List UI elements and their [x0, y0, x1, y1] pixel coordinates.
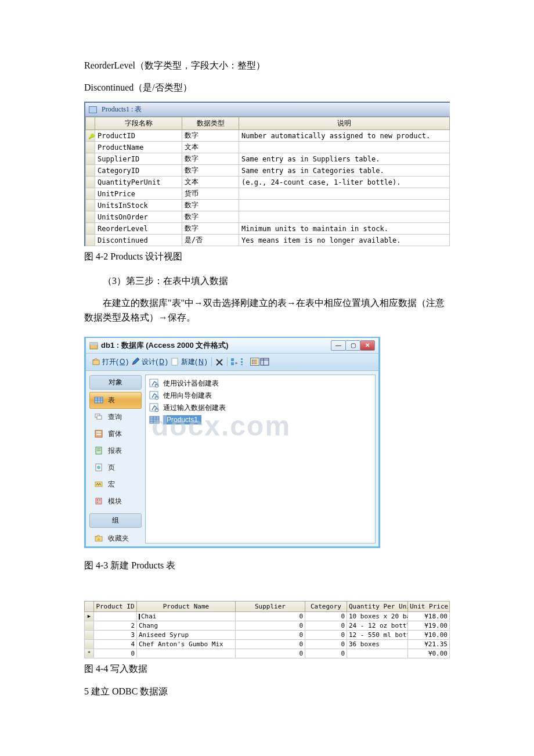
cell-fieldname[interactable]: UnitsOnOrder [95, 211, 182, 223]
cell-description[interactable]: Number automatically assigned to new pro… [239, 130, 450, 142]
cell-fieldname[interactable]: ProductName [95, 142, 182, 153]
design-grid: 字段名称 数据类型 说明 ProductID数字Number automatic… [85, 117, 450, 246]
sidebar-forms[interactable]: 窗体 [89, 426, 142, 442]
sidebar-macros[interactable]: 宏 [89, 476, 142, 493]
cell-category[interactable]: 0 [305, 649, 347, 658]
toolbar-design[interactable]: 设计(D) [130, 357, 169, 367]
cell-datatype[interactable]: 文本 [182, 142, 239, 153]
cell-datatype[interactable]: 数字 [182, 165, 239, 177]
cell-productid[interactable]: 2 [94, 621, 137, 630]
view-large-icon[interactable]: a- [230, 358, 240, 366]
cell-qpu[interactable] [347, 649, 408, 658]
cell-productname[interactable]: Aniseed Syrup [137, 630, 236, 639]
cell-supplier[interactable]: 0 [236, 611, 305, 621]
view-details-icon[interactable] [260, 358, 269, 366]
sidebar-tables[interactable]: 表 [89, 392, 142, 409]
cell-fieldname[interactable]: UnitPrice [95, 188, 182, 200]
cell-unitprice[interactable]: ¥10.00 [408, 630, 450, 639]
cell-description[interactable]: Minimum units to maintain in stock. [239, 223, 450, 235]
cell-description[interactable]: Same entry as in Categories table. [239, 165, 450, 177]
datasheet-grid: Product ID Product Name Supplier Categor… [84, 601, 450, 658]
sidebar-favorites[interactable]: 收藏夹 [89, 530, 142, 547]
cell-qpu[interactable]: 36 boxes [347, 639, 408, 649]
cell-productid[interactable] [94, 611, 137, 621]
cell-qpu[interactable]: 12 - 550 ml bott [347, 630, 408, 639]
cell-supplier[interactable]: 0 [236, 630, 305, 639]
cell-datatype[interactable]: 数字 [182, 223, 239, 235]
cell-fieldname[interactable]: UnitsInStock [95, 200, 182, 211]
row-marker [86, 153, 95, 165]
cell-datatype[interactable]: 数字 [182, 130, 239, 142]
sidebar-label: 模块 [108, 496, 122, 506]
cell-fieldname[interactable]: CategoryID [95, 165, 182, 177]
cell-datatype[interactable]: 数字 [182, 153, 239, 165]
toolbar-open[interactable]: 打开(O) [91, 357, 129, 367]
cell-unitprice[interactable]: ¥18.00 [408, 611, 450, 621]
text-cursor [139, 614, 140, 620]
figure-4-3-db-window: db1 : 数据库 (Access 2000 文件格式) — ▢ ✕ 打开(O)… [84, 337, 380, 548]
create-via-designer[interactable]: 使用设计器创建表 [148, 377, 373, 390]
cell-description[interactable]: Yes means item is no longer available. [239, 235, 450, 246]
cell-fieldname[interactable]: SupplierID [95, 153, 182, 165]
cell-supplier[interactable]: 0 [236, 639, 305, 649]
cell-fieldname[interactable]: QuantityPerUnit [95, 177, 182, 188]
cell-unitprice[interactable]: ¥19.00 [408, 621, 450, 630]
cell-productname[interactable]: Chai [137, 611, 236, 621]
cell-productid[interactable]: 4 [94, 639, 137, 649]
cell-productid[interactable]: 3 [94, 630, 137, 639]
cell-description[interactable] [239, 211, 450, 223]
cell-description[interactable]: (e.g., 24-count case, 1-liter bottle). [239, 177, 450, 188]
delete-icon[interactable] [215, 358, 224, 366]
create-via-input[interactable]: 通过输入数据创建表 [148, 402, 373, 414]
cell-productname[interactable] [137, 649, 236, 658]
row-marker [86, 177, 95, 188]
cell-fieldname[interactable]: ReorderLevel [95, 223, 182, 235]
cell-datatype[interactable]: 文本 [182, 177, 239, 188]
view-small-icon[interactable] [240, 358, 250, 366]
window-controls: — ▢ ✕ [331, 340, 375, 351]
row-marker [86, 165, 95, 177]
cell-category[interactable]: 0 [305, 611, 347, 621]
cell-qpu[interactable]: 10 boxes x 20 ba [347, 611, 408, 621]
sidebar-pages[interactable]: 页 [89, 459, 142, 476]
cell-datatype[interactable]: 数字 [182, 200, 239, 211]
sidebar-queries[interactable]: 查询 [89, 409, 142, 426]
cell-datatype[interactable]: 数字 [182, 211, 239, 223]
create-via-wizard[interactable]: 使用向导创建表 [148, 390, 373, 402]
svg-point-37 [97, 499, 98, 501]
row-marker [86, 211, 95, 223]
minimize-button[interactable]: — [331, 340, 346, 351]
cell-supplier[interactable]: 0 [236, 649, 305, 658]
cell-productname[interactable]: Chang [137, 621, 236, 630]
cell-datatype[interactable]: 货币 [182, 188, 239, 200]
cell-unitprice[interactable]: ¥0.00 [408, 649, 450, 658]
cell-category[interactable]: 0 [305, 621, 347, 630]
toolbar-new[interactable]: 新建(N) [169, 357, 208, 367]
maximize-button[interactable]: ▢ [345, 340, 360, 351]
cell-category[interactable]: 0 [305, 639, 347, 649]
cell-description[interactable] [239, 200, 450, 211]
cell-description[interactable] [239, 188, 450, 200]
cell-supplier[interactable]: 0 [236, 621, 305, 630]
cell-datatype[interactable]: 是/否 [182, 235, 239, 246]
cell-fieldname[interactable]: Discontinued [95, 235, 182, 246]
cell-fieldname[interactable]: ProductID [95, 130, 182, 142]
table-products1[interactable]: Products1 [148, 414, 373, 426]
cell-productname[interactable]: Chef Anton's Gumbo Mix [137, 639, 236, 649]
cell-unitprice[interactable]: ¥21.35 [408, 639, 450, 649]
table-row: Discontinued是/否Yes means item is no long… [86, 235, 450, 246]
sidebar-reports[interactable]: 报表 [89, 442, 142, 459]
close-button[interactable]: ✕ [360, 340, 375, 351]
table-row: UnitPrice货币 [86, 188, 450, 200]
sidebar-modules[interactable]: 模块 [89, 493, 142, 510]
view-list-icon[interactable] [250, 358, 259, 366]
svg-rect-2 [93, 360, 99, 365]
cell-description[interactable] [239, 142, 450, 153]
cell-category[interactable]: 0 [305, 630, 347, 639]
figure-4-4-datasheet: Product ID Product Name Supplier Categor… [84, 601, 450, 658]
table-row: 4Chef Anton's Gumbo Mix0036 boxes¥21.35 [85, 639, 450, 649]
cell-description[interactable]: Same entry as in Suppliers table. [239, 153, 450, 165]
cell-productid[interactable]: 0 [94, 649, 137, 658]
table-row: UnitsInStock数字 [86, 200, 450, 211]
cell-qpu[interactable]: 24 - 12 oz bottl [347, 621, 408, 630]
